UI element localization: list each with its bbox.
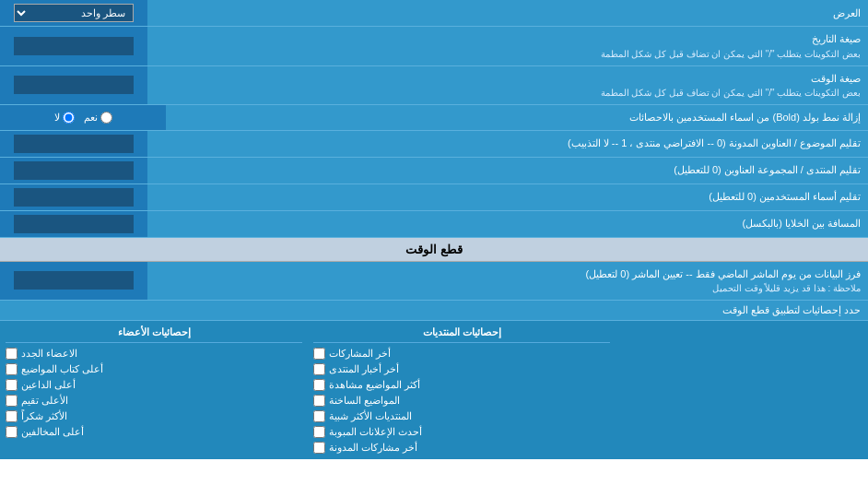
bold-yes-label[interactable]: نعم [84, 112, 112, 124]
stats-forums-title: إحصائيات المنتديات [313, 325, 610, 343]
forum-titles-input[interactable]: 33 [14, 161, 134, 180]
cb-most-viewed-check[interactable] [313, 379, 325, 391]
bold-yes-radio[interactable] [100, 112, 112, 124]
bold-no-label[interactable]: لا [54, 112, 75, 124]
cb-top-inviters: أعلى الداعين [6, 377, 302, 393]
cb-most-thanks-check[interactable] [6, 410, 18, 422]
display-select[interactable]: سطر واحد سطرين ثلاثة أسطر [14, 4, 134, 22]
bold-remove-row: إزالة نمط بولد (Bold) من اسماء المستخدمي… [0, 105, 868, 131]
cb-most-similar-check[interactable] [313, 410, 325, 422]
cb-top-inviters-check[interactable] [6, 379, 18, 391]
cb-posts-check[interactable] [313, 348, 325, 360]
cb-posts: أخر المشاركات [313, 346, 610, 361]
cutoff-section-title: قطع الوقت [0, 238, 868, 262]
main-container: العرض سطر واحد سطرين ثلاثة أسطر صيغة الت… [0, 0, 868, 459]
forum-titles-input-cell: 33 [0, 158, 147, 183]
display-label: العرض [147, 0, 868, 26]
date-format-label: صيغة التاريخ بعض التكوينات يتطلب "/" الت… [147, 27, 868, 65]
topic-titles-label: تقليم الموضوع / العناوين المدونة (0 -- ا… [147, 131, 868, 157]
bold-remove-label: إزالة نمط بولد (Bold) من اسماء المستخدمي… [166, 105, 868, 130]
cell-padding-row: المسافة بين الخلايا (بالبكسل) 2 [0, 211, 868, 238]
forum-titles-row: تقليم المنتدى / المجموعة العناوين (0 للت… [0, 158, 868, 184]
cb-new-members-check[interactable] [6, 348, 18, 360]
cb-top-violators-check[interactable] [6, 426, 18, 438]
stats-right-label-col [616, 321, 868, 459]
cb-blog-posts-check[interactable] [313, 442, 325, 454]
cb-hot: المواضيع الساخنة [313, 393, 610, 408]
time-format-row: صيغة الوقت بعض التكوينات يتطلب "/" التي … [0, 66, 868, 106]
cutoff-input-cell: 0 [0, 262, 147, 301]
cb-classifieds-check[interactable] [313, 426, 325, 438]
time-format-label: صيغة الوقت بعض التكوينات يتطلب "/" التي … [147, 66, 868, 105]
cb-top-rated: الأعلى تقيم [6, 393, 302, 408]
cb-hot-check[interactable] [313, 395, 325, 407]
cb-news: أخر أخبار المنتدى [313, 361, 610, 377]
stats-members-col: إحصائيات الأعضاء الاعضاء الجدد أعلى كتاب… [0, 321, 308, 459]
cutoff-input[interactable]: 0 [14, 271, 134, 290]
cb-top-rated-check[interactable] [6, 395, 18, 407]
date-format-row: صيغة التاريخ بعض التكوينات يتطلب "/" الت… [0, 27, 868, 66]
usernames-input[interactable]: 0 [14, 188, 134, 207]
topic-titles-input-cell: 33 [0, 131, 147, 157]
cb-classifieds: أحدث الإعلانات المبوبة [313, 424, 610, 440]
cell-padding-label: المسافة بين الخلايا (بالبكسل) [147, 211, 868, 237]
time-format-input[interactable]: H:i [14, 76, 134, 94]
cutoff-label: فرز البيانات من يوم الماشر الماضي فقط --… [147, 262, 868, 301]
forum-titles-label: تقليم المنتدى / المجموعة العناوين (0 للت… [147, 158, 868, 183]
bold-no-radio[interactable] [63, 112, 75, 124]
stats-forums-col: إحصائيات المنتديات أخر المشاركات أخر أخب… [308, 321, 616, 459]
stats-area: إحصائيات المنتديات أخر المشاركات أخر أخب… [0, 321, 868, 459]
cell-padding-input-cell: 2 [0, 211, 147, 237]
cb-most-viewed: أكثر المواضيع مشاهدة [313, 377, 610, 393]
usernames-row: تقليم أسماء المستخدمين (0 للتعطيل) 0 [0, 184, 868, 211]
date-format-input[interactable]: d-m [14, 37, 134, 55]
cb-most-similar: المنتديات الأكثر شبية [313, 408, 610, 424]
cb-top-writers: أعلى كتاب المواضيع [6, 361, 302, 377]
cb-news-check[interactable] [313, 363, 325, 375]
topic-titles-input[interactable]: 33 [14, 135, 134, 153]
cb-top-violators: أعلى المخالفين [6, 424, 302, 440]
bold-remove-radio-cell: نعم لا [0, 105, 166, 130]
display-row: العرض سطر واحد سطرين ثلاثة أسطر [0, 0, 868, 27]
cb-top-writers-check[interactable] [6, 363, 18, 375]
limit-label-row: حدد إحصائيات لتطبيق قطع الوقت [0, 301, 868, 321]
topic-titles-row: تقليم الموضوع / العناوين المدونة (0 -- ا… [0, 131, 868, 158]
time-format-input-cell: H:i [0, 66, 147, 105]
display-input-cell: سطر واحد سطرين ثلاثة أسطر [0, 0, 147, 26]
cutoff-row: فرز البيانات من يوم الماشر الماضي فقط --… [0, 262, 868, 302]
cb-most-thanks: الأكثر شكراً [6, 408, 302, 424]
date-format-input-cell: d-m [0, 27, 147, 65]
cell-padding-input[interactable]: 2 [14, 215, 134, 233]
usernames-label: تقليم أسماء المستخدمين (0 للتعطيل) [147, 184, 868, 210]
cb-blog-posts: أخر مشاركات المدونة [313, 440, 610, 456]
usernames-input-cell: 0 [0, 184, 147, 210]
cb-new-members: الاعضاء الجدد [6, 346, 302, 361]
stats-members-title: إحصائيات الأعضاء [6, 325, 302, 343]
